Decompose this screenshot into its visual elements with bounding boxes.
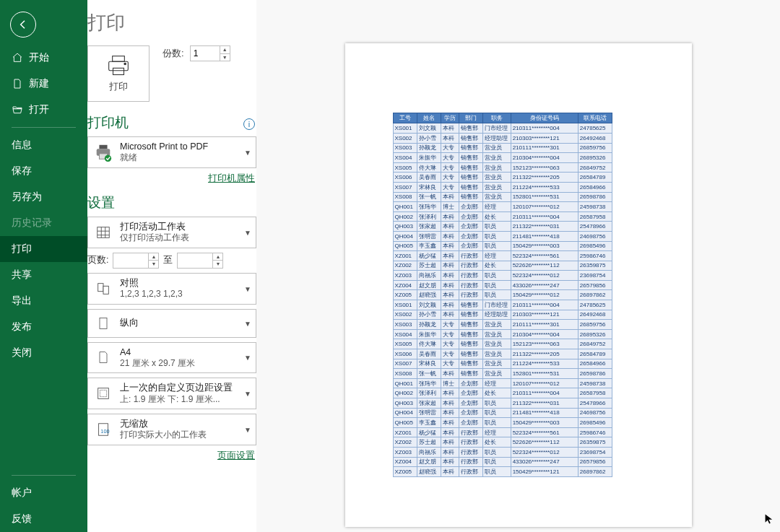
scaling-dropdown[interactable]: 100 无缩放打印实际大小的工作表 ▼ — [87, 414, 256, 445]
sidebar-item[interactable]: 共享 — [0, 262, 87, 288]
chevron-down-icon: ▼ — [244, 354, 251, 362]
copies-spinner[interactable]: ▲▼ — [190, 45, 230, 61]
table-row: XS006吴春雨大专销售部营业员211322********2052658478… — [393, 173, 612, 183]
table-row: QH005李玉鑫本科企划部职员150429********00326985496 — [393, 418, 612, 428]
printer-name: Microsoft Print to PDF — [120, 141, 208, 152]
pages-to-spinner[interactable]: ▲▼ — [177, 253, 223, 269]
table-row: XZ005赵晓强本科行政部职员150429********01226897862 — [393, 290, 612, 300]
svg-point-3 — [124, 63, 126, 65]
table-row: XS008张一帆本科销售部营业员152801********5312659878… — [393, 192, 612, 202]
collate-dropdown[interactable]: 对照1,2,3 1,2,3 1,2,3 ▼ — [87, 273, 256, 305]
svg-rect-13 — [100, 391, 106, 397]
chevron-down-icon: ▼ — [244, 284, 251, 292]
pages-from-input[interactable] — [113, 253, 148, 268]
table-row: XS005佟大琳大专销售部营业员152123********0632684975… — [393, 339, 612, 349]
copies-label: 份数: — [162, 47, 184, 60]
svg-text:100: 100 — [100, 428, 109, 435]
paper-size-dropdown[interactable]: A421 厘米 x 29.7 厘米 ▼ — [87, 342, 256, 374]
table-row: XZ003尚福乐本科行政部职员522324********01223698754 — [393, 447, 612, 457]
printer-dropdown[interactable]: Microsoft Print to PDF 就绪 ▼ — [87, 136, 256, 168]
table-row: XS003孙颖龙大专销售部营业员210111********3012685975… — [393, 143, 612, 153]
backstage-sidebar: 开始新建打开 信息保存另存为历史记录打印共享导出发布关闭 帐户反馈 — [0, 0, 87, 532]
sidebar-item[interactable]: 保存 — [0, 158, 87, 184]
cursor-icon — [764, 513, 776, 528]
chevron-down-icon: ▼ — [244, 148, 251, 156]
settings-section-title: 设置 — [87, 192, 256, 217]
table-row: QH005李玉鑫本科企划部职员150429********00326985496 — [393, 241, 612, 251]
print-button[interactable]: 打印 — [87, 45, 150, 102]
sidebar-item[interactable]: 新建 — [0, 71, 87, 97]
table-row: QH002张泽利本科企划部处长210311********00426587958 — [393, 388, 612, 398]
page-icon — [94, 348, 113, 367]
table-row: QH002张泽利本科企划部处长210311********00426587958 — [393, 212, 612, 222]
table-row: XS002孙小雪本科销售部经理助理210303********121264924… — [393, 133, 612, 143]
margins-dropdown[interactable]: 上一次的自定义页边距设置上: 1.9 厘米 下: 1.9 厘米... ▼ — [87, 378, 256, 409]
table-header: 工号 — [393, 113, 417, 123]
table-row: XS002孙小雪本科销售部经理助理210303********121264924… — [393, 310, 612, 320]
table-header: 学历 — [441, 113, 459, 123]
table-row: XS007宋林良大专销售部营业员211224********5332658496… — [393, 359, 612, 369]
sidebar-item[interactable]: 帐户 — [0, 480, 87, 506]
print-what-dropdown[interactable]: 打印活动工作表仅打印活动工作表 ▼ — [87, 217, 256, 248]
page-title: 打印 — [87, 10, 256, 45]
table-row: XZ005赵晓强本科行政部职员150429********12126897862 — [393, 467, 612, 477]
table-header: 部门 — [459, 113, 482, 123]
svg-rect-2 — [113, 68, 124, 74]
svg-rect-0 — [113, 56, 125, 61]
svg-point-7 — [105, 155, 111, 162]
pages-from-spinner[interactable]: ▲▼ — [113, 253, 159, 269]
table-row: XZ002苏士超本科行政部处长522626********11226359875 — [393, 437, 612, 448]
preview-table: 工号姓名学历部门职务身份证号码联系电话 XS001刘文颖本科销售部门市经理210… — [393, 113, 612, 477]
sidebar-item[interactable]: 关闭 — [0, 340, 87, 366]
table-row: XZ002苏士超本科行政部处长522626********11226359875 — [393, 261, 612, 271]
table-row: QH003张家超本科企划部职员211322********03125478966 — [393, 222, 612, 232]
pages-label: 页数: — [87, 254, 108, 266]
sidebar-item[interactable]: 另存为 — [0, 184, 87, 210]
sidebar-item[interactable]: 开始 — [0, 45, 87, 71]
portrait-icon — [94, 314, 113, 333]
page-setup-link[interactable]: 页面设置 — [87, 450, 256, 469]
sidebar-item[interactable]: 打印 — [0, 236, 87, 262]
table-header: 联系电话 — [578, 113, 612, 123]
table-row: XS005佟大琳大专销售部营业员152123********0632684975… — [393, 162, 612, 173]
spinner-up[interactable]: ▲ — [220, 46, 230, 54]
svg-rect-8 — [98, 227, 110, 237]
svg-rect-10 — [103, 286, 108, 294]
grid-icon — [94, 223, 113, 242]
printer-section-title: 打印机 — [87, 112, 129, 136]
sidebar-item[interactable]: 发布 — [0, 314, 87, 340]
table-row: XS001刘文颖本科销售部门市经理210311********004247856… — [393, 300, 612, 310]
orientation-dropdown[interactable]: 纵向 ▼ — [87, 309, 256, 338]
spinner-down[interactable]: ▼ — [220, 54, 230, 61]
print-preview-pane: 工号姓名学历部门职务身份证号码联系电话 XS001刘文颖本科销售部门市经理210… — [256, 0, 780, 532]
table-row: QH001张玮华博士企划部经理120107********01224598738 — [393, 378, 612, 388]
table-row: XS003孙颖龙大专销售部营业员210111********3012685975… — [393, 320, 612, 330]
copies-input[interactable] — [191, 46, 220, 61]
sidebar-item: 历史记录 — [0, 210, 87, 236]
chevron-down-icon: ▼ — [244, 426, 251, 434]
print-button-label: 打印 — [109, 81, 128, 93]
table-row: XS004朱振华大专销售部营业员210304********0042689532… — [393, 329, 612, 339]
table-row: XS008张一帆本科销售部营业员152801********5312659878… — [393, 369, 612, 379]
sidebar-item[interactable]: 导出 — [0, 288, 87, 314]
pages-to-label: 至 — [163, 254, 173, 266]
back-button[interactable] — [10, 12, 36, 38]
chevron-down-icon: ▼ — [244, 319, 251, 327]
sidebar-item[interactable]: 反馈 — [0, 506, 87, 532]
svg-rect-4 — [99, 145, 107, 149]
print-settings-pane: 打印 打印 份数: ▲▼ 打印机 i — [87, 0, 256, 532]
printer-properties-link[interactable]: 打印机属性 — [87, 173, 256, 192]
pages-to-input[interactable] — [178, 253, 212, 268]
sidebar-item[interactable]: 信息 — [0, 132, 87, 158]
table-row: XS001刘文颖本科销售部门市经理210311********004247856… — [393, 123, 612, 134]
table-row: XZ001杨少猛本科行政部经理522324********56125986746 — [393, 427, 612, 437]
chevron-down-icon: ▼ — [244, 390, 251, 398]
info-icon[interactable]: i — [243, 118, 255, 130]
table-row: QH003张家超本科企划部职员211322********03125478966 — [393, 398, 612, 409]
table-header: 身份证号码 — [511, 113, 578, 123]
printer-icon — [94, 143, 113, 162]
table-row: XS007宋林良大专销售部营业员211224********5332658496… — [393, 182, 612, 192]
preview-page: 工号姓名学历部门职务身份证号码联系电话 XS001刘文颖本科销售部门市经理210… — [345, 43, 692, 527]
table-header: 姓名 — [417, 113, 441, 123]
sidebar-item[interactable]: 打开 — [0, 97, 87, 123]
